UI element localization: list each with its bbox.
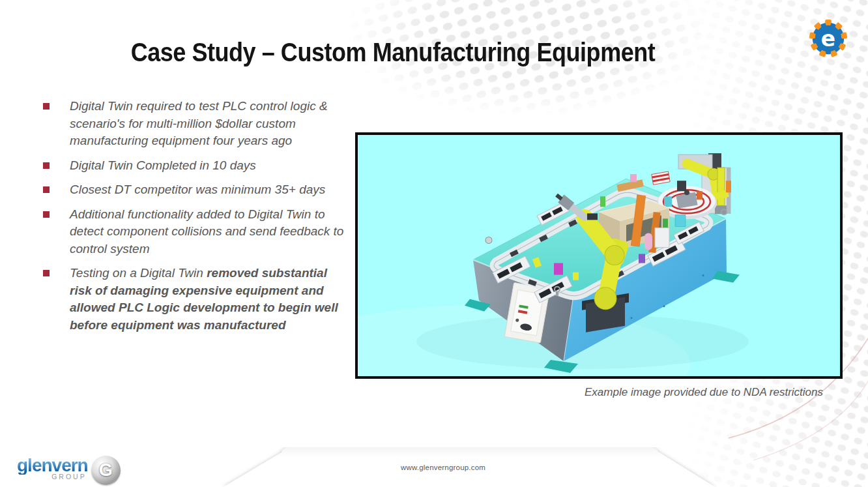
glenvern-g-badge: G bbox=[91, 456, 121, 485]
bullet-text-regular: Digital Twin required to test PLC contro… bbox=[70, 99, 328, 147]
bullet-text: Additional functionality added to Digita… bbox=[70, 207, 343, 256]
equipment-image-panel bbox=[355, 132, 843, 379]
slide-canvas: Case Study – Custom Manufacturing Equipm… bbox=[0, 0, 868, 487]
bullet-text: Closest DT competitor was minimum 35+ da… bbox=[70, 183, 325, 196]
bullet-marker bbox=[43, 186, 50, 193]
bullet-text-regular: Testing on a Digital Twin bbox=[70, 266, 207, 280]
bullet-text-regular: Closest DT competitor was minimum 35+ da… bbox=[70, 183, 325, 196]
machine-render-image bbox=[358, 135, 840, 376]
bullet-text: Testing on a Digital Twin removed substa… bbox=[70, 266, 338, 332]
bullet-text: Digital Twin required to test PLC contro… bbox=[70, 99, 328, 147]
bullet-text: Digital Twin Completed in 10 days bbox=[70, 158, 256, 172]
bullet-item: Additional functionality added to Digita… bbox=[42, 206, 349, 258]
gear-e-logo: e bbox=[809, 18, 847, 61]
bullet-text-regular: Additional functionality added to Digita… bbox=[70, 207, 343, 256]
bullet-text-regular: Digital Twin Completed in 10 days bbox=[70, 158, 256, 172]
image-caption: Example image provided due to NDA restri… bbox=[355, 386, 843, 399]
website-url: www.glenverngroup.com bbox=[371, 464, 515, 471]
glenvern-wordmark-block: glenvern GROUP bbox=[17, 456, 88, 480]
bullet-marker bbox=[43, 211, 50, 218]
bullet-item: Closest DT competitor was minimum 35+ da… bbox=[42, 181, 349, 199]
glenvern-wordmark: glenvern bbox=[17, 456, 88, 475]
gear-icon: e bbox=[809, 18, 847, 59]
glenvern-logo: glenvern GROUP G bbox=[17, 456, 121, 485]
bullet-marker bbox=[43, 103, 50, 110]
bullet-marker bbox=[43, 270, 50, 276]
glenvern-badge-letter: G bbox=[99, 460, 113, 480]
slide-title: Case Study – Custom Manufacturing Equipm… bbox=[76, 38, 710, 67]
gear-logo-letter: e bbox=[821, 26, 835, 52]
bullet-item: Digital Twin Completed in 10 days bbox=[42, 157, 349, 175]
bullet-marker bbox=[43, 162, 50, 169]
glenvern-group-label: GROUP bbox=[51, 473, 88, 480]
bullet-item: Digital Twin required to test PLC contro… bbox=[42, 98, 349, 150]
bullet-list: Digital Twin required to test PLC contro… bbox=[42, 98, 349, 341]
bullet-item: Testing on a Digital Twin removed substa… bbox=[42, 265, 349, 334]
